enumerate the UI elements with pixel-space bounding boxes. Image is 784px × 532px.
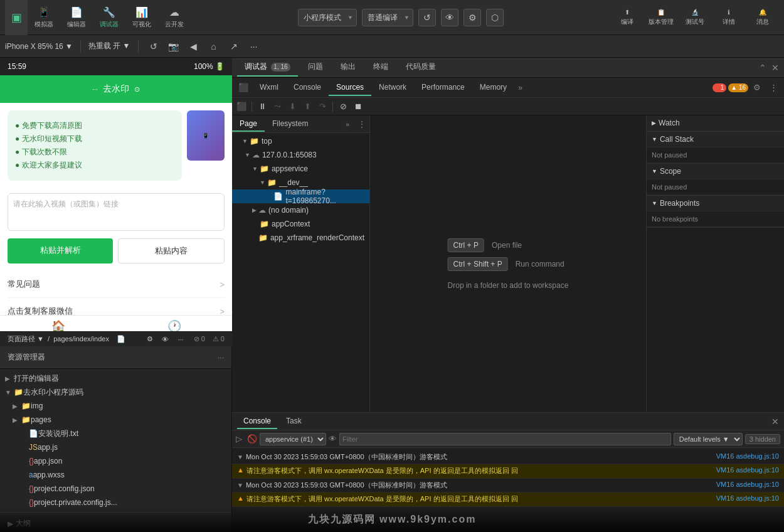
output-header-tab[interactable]: 输出 [333,58,363,77]
share2-btn[interactable]: ↗ [226,39,241,54]
console-exec-icon[interactable]: ▷ [236,434,242,444]
step-btn[interactable]: ↷ [315,100,329,114]
deactivate-breakpoints-btn[interactable]: ⊘ [336,100,350,114]
task-tab[interactable]: Task [280,414,308,429]
terminal-header-tab[interactable]: 终端 [366,58,396,77]
detail-btn[interactable]: ℹ 详情 [712,0,745,35]
devtools-collapse-btn[interactable]: ⌃ [759,63,766,73]
toggle-breakpoints-btn[interactable]: ⬛ [235,100,248,114]
nav-more-btn[interactable]: ··· [246,39,262,54]
more-icon-path[interactable]: ··· [177,336,183,343]
editor-tab[interactable]: 📄 编辑器 [60,0,93,35]
open-editors-section[interactable]: ▶ 打开的编辑器 [0,371,231,385]
step-over-btn[interactable]: ⤳ [270,100,284,114]
img-folder[interactable]: ▶ 📁 img [0,399,231,413]
app-js[interactable]: ▶ JS app.js [0,440,231,454]
console-tab-top[interactable]: Console [286,80,329,96]
log-header-1[interactable]: ▼ Mon Oct 30 2023 15:59:03 GMT+0800（中国标准… [232,450,784,464]
local-server-node[interactable]: ▼ ☁ 127.0.0.1:65083 [232,148,369,162]
network-tab[interactable]: Network [371,80,414,96]
more-tabs-btn[interactable]: » [514,81,526,95]
home-btn[interactable]: ⌂ [206,39,221,54]
wechat-link[interactable]: 点击复制客服微信 > [8,298,225,315]
pause-exceptions-btn[interactable]: ⏹ [351,100,365,114]
version-mgr-btn[interactable]: 📋 版本管理 [645,0,677,35]
sidebar-toggle-btn[interactable]: ⬛ [235,80,252,95]
simulator-tab[interactable]: 📱 模拟器 [28,0,60,35]
preview-icon-btn[interactable]: 👁 [441,9,458,26]
project-private-config[interactable]: ▶ {} project.private.config.js... [0,496,231,509]
scope-header[interactable]: ▼ Scope [647,164,784,179]
console-clear-icon[interactable]: 🚫 [247,434,257,444]
breakpoints-header[interactable]: ▼ Breakpoints [647,196,784,211]
performance-tab[interactable]: Performance [414,80,472,96]
no-domain-node[interactable]: ▶ ☁ (no domain) [232,203,369,217]
app-icon-btn[interactable]: ▣ [5,0,28,35]
wxml-tab[interactable]: Wxml [252,80,286,96]
mainframe-node[interactable]: 📄 mainframe?t=169865270... [232,189,369,203]
compile-mode-wrapper[interactable]: 普通编译 [362,9,413,26]
settings-icon-btn[interactable]: ⚙ [464,9,481,26]
sources-tree-dots[interactable]: ⋮ [354,117,369,131]
devtools-more-icon[interactable]: ⋮ [766,80,781,95]
visualize-tab[interactable]: 📊 可视化 [125,0,158,35]
console-filter-input[interactable] [339,433,671,445]
warn-link-1[interactable]: VM16 asdebug.js:10 [716,466,779,474]
callstack-header[interactable]: ▼ Call Stack [647,132,784,147]
console-tab[interactable]: Console [237,414,277,429]
pause-btn[interactable]: ⏸ [255,100,269,114]
project-mode-wrapper[interactable]: 小程序模式 [298,9,357,26]
console-close-btn[interactable]: ✕ [771,417,779,427]
warn-header-2[interactable]: ▲ 请注意游客模式下，调用 wx.operateWXData 是受限的，API … [232,492,784,506]
step-out-btn[interactable]: ⬆ [300,100,314,114]
settings-icon-path[interactable]: ⚙ [147,335,153,343]
project-mode-select[interactable]: 小程序模式 [298,9,357,26]
file-tree-more-icon[interactable]: ··· [218,353,224,362]
project-config[interactable]: ▶ {} project.config.json [0,482,231,496]
rendercontext-node[interactable]: 📁 app_xrframe_renderContext [232,231,369,245]
pages-folder[interactable]: ▶ 📁 pages [0,413,231,427]
top-node[interactable]: ▼ 📁 top [232,134,369,148]
project-root-section[interactable]: ▼ 📁 去水印小程序源码 [0,385,231,399]
log-link-2[interactable]: VM16 asdebug.js:10 [716,481,779,488]
devtools-settings-icon[interactable]: ⚙ [748,80,766,95]
watch-header[interactable]: ▶ Watch [647,115,784,131]
issues-header-tab[interactable]: 问题 [300,58,331,77]
debugger-tab[interactable]: 🔧 调试器 [93,0,125,35]
memory-tab[interactable]: Memory [472,80,514,96]
appservice-node[interactable]: ▼ 📁 appservice [232,162,369,176]
cloud-tab[interactable]: ☁ 云开发 [158,0,191,35]
sources-tab-more[interactable]: » [341,118,354,130]
install-txt[interactable]: ▶ 📄 安装说明.txt [0,427,231,440]
message-btn[interactable]: 🔔 消息 [746,0,779,35]
app-json[interactable]: ▶ {} app.json [0,454,231,468]
eye-icon-path[interactable]: 👁 [162,336,169,343]
page-tab[interactable]: Page [232,117,265,132]
filesystem-tab[interactable]: Filesystem [265,117,315,132]
console-eye-icon[interactable]: 👁 [329,434,337,444]
rotate-btn[interactable]: ↺ [146,39,161,54]
hotarea-select[interactable]: 热重载 开 ▼ [88,41,130,51]
sources-tab-top[interactable]: Sources [329,80,371,96]
codequality-header-tab[interactable]: 代码质量 [398,58,443,77]
paste-content-btn[interactable]: 粘贴内容 [118,238,225,263]
refresh-btn[interactable]: ↺ [418,9,436,26]
test-btn[interactable]: 🔬 测试号 [679,0,711,35]
compile-mode-select[interactable]: 普通编译 [362,9,413,26]
debugger-header-tab[interactable]: 调试器 1, 16 [237,58,298,77]
back-btn[interactable]: ◀ [186,39,201,54]
warn-link-2[interactable]: VM16 asdebug.js:10 [716,494,779,502]
outline-section[interactable]: ▶ 大纲 [0,512,231,532]
device-select[interactable]: iPhone X 85% 16 ▼ [5,42,73,51]
appcontext-node[interactable]: 📁 appContext [232,217,369,231]
paste-analyze-btn[interactable]: 粘贴并解析 [8,238,113,263]
screenshot-btn[interactable]: 📷 [166,39,181,54]
faq-link[interactable]: 常见问题 > [8,271,225,298]
devtools-close-btn[interactable]: ✕ [771,63,779,73]
console-source-select[interactable]: appservice (#1) [260,433,326,445]
log-link-1[interactable]: VM16 asdebug.js:10 [716,452,779,460]
warn-header-1[interactable]: ▲ 请注意游客模式下，调用 wx.operateWXData 是受限的，API … [232,464,784,477]
video-link-input[interactable]: 请在此输入视频（或图集）链接 [8,193,225,231]
share-icon-btn[interactable]: ⬡ [486,9,504,26]
log-header-2[interactable]: ▼ Mon Oct 30 2023 15:59:03 GMT+0800（中国标准… [232,479,784,492]
